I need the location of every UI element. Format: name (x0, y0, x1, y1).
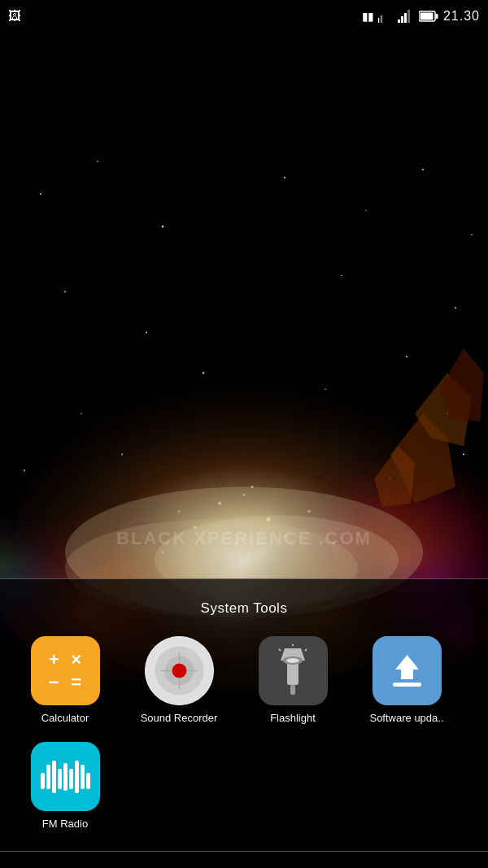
svg-rect-75 (75, 761, 79, 793)
svg-point-55 (172, 664, 186, 678)
svg-rect-45 (398, 20, 400, 23)
flashlight-app[interactable]: Flashlight (236, 630, 350, 735)
svg-point-7 (471, 234, 473, 236)
svg-rect-47 (404, 13, 407, 23)
fm-radio-label: FM Radio (42, 818, 88, 831)
status-time: 21.30 (443, 9, 480, 24)
vibrate-icon: ▮▮ (362, 10, 373, 23)
svg-rect-74 (69, 769, 73, 789)
calculator-label: Calculator (41, 712, 89, 726)
sound-recorder-label: Sound Recorder (141, 712, 218, 726)
svg-rect-46 (401, 16, 403, 23)
svg-rect-69 (41, 773, 45, 789)
svg-rect-66 (290, 685, 295, 695)
svg-point-9 (146, 331, 147, 333)
svg-point-4 (284, 177, 285, 179)
flashlight-label: Flashlight (270, 712, 316, 726)
calc-minus: − (46, 674, 63, 691)
svg-point-5 (365, 210, 366, 211)
svg-rect-51 (420, 13, 433, 20)
app-drawer: System Tools + × − = Calculator (0, 578, 488, 868)
svg-point-11 (455, 308, 456, 309)
svg-rect-76 (81, 765, 85, 789)
software-update-app[interactable]: Software upda.. (350, 630, 464, 735)
mobile-signal-icon (398, 10, 414, 23)
svg-point-15 (406, 356, 407, 358)
status-right: ▮▮ 21.30 (362, 9, 480, 24)
calc-plus: + (46, 651, 63, 669)
fm-radio-app[interactable]: FM Radio (8, 735, 122, 841)
svg-rect-70 (46, 765, 50, 789)
svg-point-1 (40, 194, 41, 195)
drawer-divider-top (0, 578, 488, 579)
svg-marker-67 (395, 655, 419, 679)
calculator-icon: + × − = (31, 636, 100, 705)
svg-point-21 (463, 454, 464, 456)
calc-equals: = (68, 674, 85, 691)
drawer-title: System Tools (0, 589, 488, 630)
calc-times: × (68, 651, 85, 669)
svg-point-3 (162, 225, 163, 227)
svg-rect-50 (435, 14, 438, 19)
calculator-app[interactable]: + × − = Calculator (8, 630, 122, 735)
svg-line-64 (279, 649, 281, 651)
svg-rect-72 (58, 769, 62, 789)
svg-point-10 (341, 275, 342, 277)
drawer-divider-bottom (0, 851, 488, 852)
svg-line-65 (305, 649, 307, 651)
flashlight-icon (259, 636, 328, 705)
status-left: 🖼 (8, 9, 21, 24)
software-update-label: Software upda.. (369, 712, 443, 726)
svg-rect-77 (86, 773, 90, 789)
signal-icon (378, 10, 393, 23)
svg-rect-71 (52, 761, 56, 793)
svg-point-6 (422, 169, 424, 171)
svg-point-62 (286, 658, 299, 663)
image-icon: 🖼 (8, 9, 21, 24)
svg-point-2 (97, 161, 98, 163)
software-update-icon (373, 636, 442, 705)
status-bar: 🖼 ▮▮ 21.30 (0, 0, 488, 33)
svg-rect-73 (63, 763, 68, 791)
fm-radio-icon (31, 742, 100, 811)
svg-point-8 (64, 291, 66, 293)
battery-icon (419, 11, 438, 22)
svg-rect-68 (393, 683, 421, 687)
app-grid: + × − = Calculator (0, 630, 488, 841)
sound-recorder-icon (145, 636, 214, 705)
sound-recorder-app[interactable]: Sound Recorder (122, 630, 236, 735)
svg-rect-48 (407, 10, 410, 23)
